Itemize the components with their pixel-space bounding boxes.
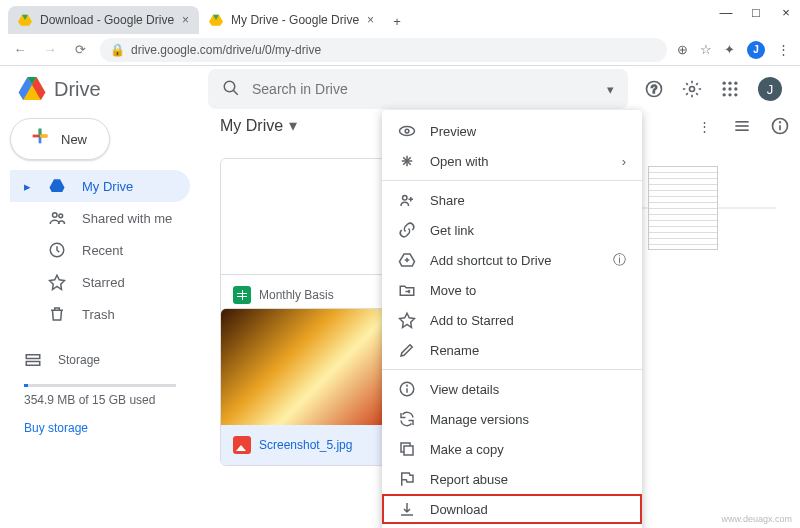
sidebar-label: Storage: [58, 353, 100, 367]
menu-item-preview[interactable]: Preview: [382, 116, 642, 146]
close-tab-icon[interactable]: ×: [367, 13, 374, 27]
extensions-icon[interactable]: ✦: [724, 42, 735, 57]
close-window-button[interactable]: ×: [780, 6, 792, 18]
sidebar-item-trash[interactable]: Trash: [10, 298, 190, 330]
back-button[interactable]: ←: [10, 42, 30, 57]
file-card[interactable]: Screenshot_5.jpg: [220, 308, 394, 466]
address-bar: ← → ⟳ 🔒 drive.google.com/drive/u/0/my-dr…: [0, 34, 800, 66]
search-input[interactable]: [252, 81, 595, 97]
menu-item-rename[interactable]: Rename: [382, 335, 642, 365]
reload-button[interactable]: ⟳: [70, 42, 90, 57]
svg-point-16: [723, 87, 726, 90]
menu-item-share[interactable]: Share: [382, 185, 642, 215]
svg-marker-39: [400, 313, 415, 327]
svg-point-35: [400, 127, 415, 136]
search-options-icon[interactable]: ▾: [607, 82, 614, 97]
new-tab-button[interactable]: +: [384, 8, 410, 34]
file-thumbnail: [648, 166, 718, 250]
sidebar-label: My Drive: [82, 179, 133, 194]
url-field[interactable]: 🔒 drive.google.com/drive/u/0/my-drive: [100, 38, 667, 62]
menu-item-download[interactable]: Download: [382, 494, 642, 524]
url-text: drive.google.com/drive/u/0/my-drive: [131, 43, 321, 57]
svg-rect-27: [26, 355, 40, 359]
sidebar-item-my-drive[interactable]: ▸ My Drive: [10, 170, 190, 202]
apps-icon[interactable]: [720, 79, 740, 99]
drive-logo[interactable]: Drive: [18, 77, 208, 101]
search-icon: [222, 79, 240, 100]
menu-item-view-details[interactable]: View details: [382, 374, 642, 404]
file-thumbnail: [221, 159, 393, 275]
search-box[interactable]: ▾: [208, 69, 628, 109]
menu-item-manage-versions[interactable]: Manage versions: [382, 404, 642, 434]
sidebar-label: Trash: [82, 307, 115, 322]
sheets-icon: [233, 286, 251, 304]
settings-icon[interactable]: [682, 79, 702, 99]
sidebar-label: Starred: [82, 275, 125, 290]
minimize-button[interactable]: —: [720, 6, 732, 18]
menu-item-make-copy[interactable]: Make a copy: [382, 434, 642, 464]
buy-storage-link[interactable]: Buy storage: [24, 421, 176, 435]
account-avatar[interactable]: J: [758, 77, 782, 101]
chevron-down-icon: ▾: [289, 116, 297, 135]
menu-item-report-abuse[interactable]: Report abuse: [382, 464, 642, 494]
toolbar: ⋮: [694, 116, 790, 136]
sidebar-label: Recent: [82, 243, 123, 258]
app-header: Drive ▾ ? J: [0, 66, 800, 112]
help-icon[interactable]: ⓘ: [613, 251, 626, 269]
close-tab-icon[interactable]: ×: [182, 13, 189, 27]
forward-button[interactable]: →: [40, 42, 60, 57]
list-view-icon[interactable]: [732, 116, 752, 136]
caret-icon: ▸: [24, 179, 32, 194]
bookmark-icon[interactable]: ☆: [700, 42, 712, 57]
file-thumbnail: [221, 309, 393, 425]
tab-title: My Drive - Google Drive: [231, 13, 359, 27]
new-button[interactable]: New: [10, 118, 110, 160]
browser-tab[interactable]: Download - Google Drive ×: [8, 6, 199, 34]
browser-tab[interactable]: My Drive - Google Drive ×: [199, 6, 384, 34]
svg-point-34: [780, 122, 781, 123]
profile-avatar[interactable]: J: [747, 41, 765, 59]
support-icon[interactable]: ?: [644, 79, 664, 99]
svg-point-42: [407, 385, 408, 386]
storage-bar: [24, 384, 176, 387]
product-name: Drive: [54, 78, 101, 101]
svg-point-19: [723, 93, 726, 96]
svg-point-8: [224, 81, 235, 92]
chevron-right-icon: ›: [622, 154, 626, 169]
image-icon: [233, 436, 251, 454]
menu-item-move-to[interactable]: Move to: [382, 275, 642, 305]
details-icon[interactable]: [770, 116, 790, 136]
svg-point-17: [728, 87, 731, 90]
svg-marker-22: [50, 179, 65, 192]
file-card[interactable]: Monthly Basis: [220, 158, 394, 316]
svg-rect-28: [26, 362, 40, 366]
svg-point-37: [403, 196, 408, 201]
svg-rect-43: [404, 446, 413, 455]
menu-item-get-link[interactable]: Get link: [382, 215, 642, 245]
browser-tab-bar: Download - Google Drive × My Drive - Goo…: [8, 6, 410, 34]
svg-point-21: [734, 93, 737, 96]
svg-point-14: [728, 82, 731, 85]
zoom-icon[interactable]: ⊕: [677, 42, 688, 57]
svg-point-18: [734, 87, 737, 90]
watermark: www.deuagx.com: [721, 514, 792, 524]
more-actions-icon[interactable]: ⋮: [694, 116, 714, 136]
lock-icon: 🔒: [110, 43, 125, 57]
storage-text: 354.9 MB of 15 GB used: [24, 393, 176, 407]
maximize-button[interactable]: □: [750, 6, 762, 18]
menu-item-add-shortcut[interactable]: Add shortcut to Driveⓘ: [382, 245, 642, 275]
tab-title: Download - Google Drive: [40, 13, 174, 27]
svg-point-13: [723, 82, 726, 85]
sidebar-item-starred[interactable]: Starred: [10, 266, 190, 298]
svg-point-15: [734, 82, 737, 85]
menu-item-open-with[interactable]: Open with›: [382, 146, 642, 176]
sidebar-item-storage[interactable]: Storage: [24, 344, 176, 376]
sidebar-item-recent[interactable]: Recent: [10, 234, 190, 266]
browser-menu-icon[interactable]: ⋮: [777, 42, 790, 57]
svg-point-23: [53, 213, 58, 218]
svg-line-9: [233, 90, 238, 95]
context-menu: Preview Open with› Share Get link Add sh…: [382, 110, 642, 528]
sidebar-label: Shared with me: [82, 211, 172, 226]
menu-item-add-starred[interactable]: Add to Starred: [382, 305, 642, 335]
sidebar-item-shared[interactable]: Shared with me: [10, 202, 190, 234]
